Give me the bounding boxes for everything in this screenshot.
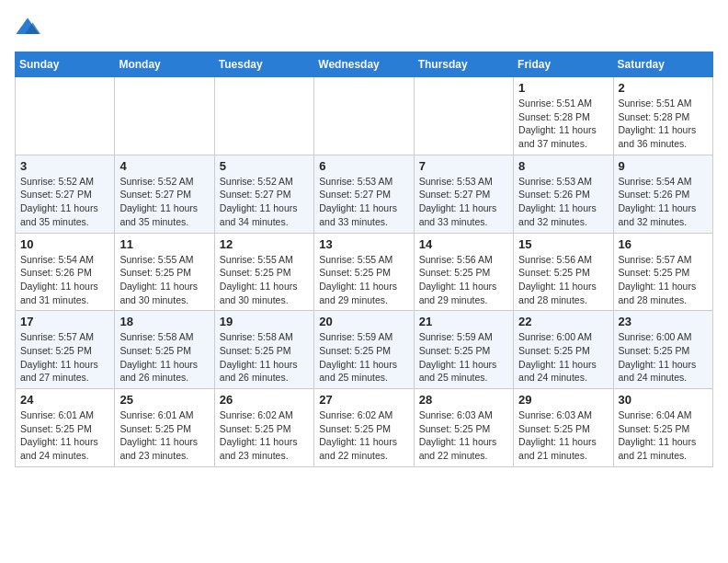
day-info: Sunrise: 6:02 AM Sunset: 5:25 PM Dayligh… xyxy=(220,408,309,463)
day-info: Sunrise: 5:52 AM Sunset: 5:27 PM Dayligh… xyxy=(119,175,209,229)
logo xyxy=(15,15,44,40)
weekday-header-row: SundayMondayTuesdayWednesdayThursdayFrid… xyxy=(16,52,713,77)
day-info: Sunrise: 6:00 AM Sunset: 5:25 PM Dayligh… xyxy=(619,330,708,385)
calendar-day-26: 26Sunrise: 6:02 AM Sunset: 5:25 PM Dayli… xyxy=(214,389,313,467)
calendar-day-15: 15Sunrise: 5:56 AM Sunset: 5:25 PM Dayli… xyxy=(514,233,613,311)
calendar-week-row: 24Sunrise: 6:01 AM Sunset: 5:25 PM Dayli… xyxy=(16,389,713,467)
day-info: Sunrise: 5:51 AM Sunset: 5:28 PM Dayligh… xyxy=(619,97,708,151)
day-number: 25 xyxy=(119,393,209,407)
day-info: Sunrise: 5:54 AM Sunset: 5:26 PM Dayligh… xyxy=(619,175,708,229)
calendar-day-23: 23Sunrise: 6:00 AM Sunset: 5:25 PM Dayli… xyxy=(613,311,712,389)
calendar-day-7: 7Sunrise: 5:53 AM Sunset: 5:27 PM Daylig… xyxy=(414,155,513,233)
day-info: Sunrise: 5:53 AM Sunset: 5:26 PM Dayligh… xyxy=(518,175,608,229)
calendar-table: SundayMondayTuesdayWednesdayThursdayFrid… xyxy=(15,52,713,467)
day-number: 12 xyxy=(220,237,309,251)
day-number: 7 xyxy=(419,159,508,173)
day-number: 27 xyxy=(319,393,408,407)
calendar-week-row: 3Sunrise: 5:52 AM Sunset: 5:27 PM Daylig… xyxy=(16,155,713,233)
weekday-header-tuesday: Tuesday xyxy=(214,52,313,77)
day-number: 17 xyxy=(20,315,109,328)
calendar-day-2: 2Sunrise: 5:51 AM Sunset: 5:28 PM Daylig… xyxy=(613,77,712,155)
calendar-week-row: 17Sunrise: 5:57 AM Sunset: 5:25 PM Dayli… xyxy=(16,311,713,389)
calendar-day-24: 24Sunrise: 6:01 AM Sunset: 5:25 PM Dayli… xyxy=(16,389,115,467)
logo-icon xyxy=(15,15,40,40)
calendar-day-1: 1Sunrise: 5:51 AM Sunset: 5:28 PM Daylig… xyxy=(514,77,613,155)
day-info: Sunrise: 5:52 AM Sunset: 5:27 PM Dayligh… xyxy=(20,175,109,229)
day-info: Sunrise: 6:04 AM Sunset: 5:25 PM Dayligh… xyxy=(619,408,708,463)
day-info: Sunrise: 5:54 AM Sunset: 5:26 PM Dayligh… xyxy=(20,253,109,307)
day-number: 2 xyxy=(619,81,708,95)
calendar-day-5: 5Sunrise: 5:52 AM Sunset: 5:27 PM Daylig… xyxy=(214,155,313,233)
day-number: 1 xyxy=(518,81,608,95)
calendar-day-20: 20Sunrise: 5:59 AM Sunset: 5:25 PM Dayli… xyxy=(314,311,414,389)
weekday-header-monday: Monday xyxy=(115,52,214,77)
calendar-day-28: 28Sunrise: 6:03 AM Sunset: 5:25 PM Dayli… xyxy=(414,389,513,467)
day-number: 13 xyxy=(319,237,408,251)
day-number: 30 xyxy=(619,393,708,407)
day-number: 16 xyxy=(619,237,708,251)
day-number: 3 xyxy=(20,159,109,173)
calendar-day-8: 8Sunrise: 5:53 AM Sunset: 5:26 PM Daylig… xyxy=(514,155,613,233)
weekday-header-saturday: Saturday xyxy=(613,52,712,77)
day-info: Sunrise: 6:03 AM Sunset: 5:25 PM Dayligh… xyxy=(518,408,608,463)
calendar-week-row: 10Sunrise: 5:54 AM Sunset: 5:26 PM Dayli… xyxy=(16,233,713,311)
day-info: Sunrise: 5:51 AM Sunset: 5:28 PM Dayligh… xyxy=(518,97,608,151)
day-info: Sunrise: 6:03 AM Sunset: 5:25 PM Dayligh… xyxy=(419,408,508,463)
page-header xyxy=(15,15,713,40)
day-info: Sunrise: 5:57 AM Sunset: 5:25 PM Dayligh… xyxy=(619,253,708,307)
calendar-day-17: 17Sunrise: 5:57 AM Sunset: 5:25 PM Dayli… xyxy=(16,311,115,389)
day-info: Sunrise: 6:00 AM Sunset: 5:25 PM Dayligh… xyxy=(518,330,608,385)
day-info: Sunrise: 5:58 AM Sunset: 5:25 PM Dayligh… xyxy=(220,330,309,385)
empty-day xyxy=(314,77,414,155)
empty-day xyxy=(414,77,513,155)
calendar-day-3: 3Sunrise: 5:52 AM Sunset: 5:27 PM Daylig… xyxy=(16,155,115,233)
calendar-day-13: 13Sunrise: 5:55 AM Sunset: 5:25 PM Dayli… xyxy=(314,233,414,311)
empty-day xyxy=(214,77,313,155)
calendar-day-9: 9Sunrise: 5:54 AM Sunset: 5:26 PM Daylig… xyxy=(613,155,712,233)
calendar-day-14: 14Sunrise: 5:56 AM Sunset: 5:25 PM Dayli… xyxy=(414,233,513,311)
day-number: 15 xyxy=(518,237,608,251)
calendar-day-30: 30Sunrise: 6:04 AM Sunset: 5:25 PM Dayli… xyxy=(613,389,712,467)
day-number: 20 xyxy=(319,315,408,328)
empty-day xyxy=(115,77,214,155)
day-number: 29 xyxy=(518,393,608,407)
calendar-day-27: 27Sunrise: 6:02 AM Sunset: 5:25 PM Dayli… xyxy=(314,389,414,467)
calendar-day-4: 4Sunrise: 5:52 AM Sunset: 5:27 PM Daylig… xyxy=(115,155,214,233)
day-number: 14 xyxy=(419,237,508,251)
weekday-header-wednesday: Wednesday xyxy=(314,52,414,77)
day-info: Sunrise: 6:01 AM Sunset: 5:25 PM Dayligh… xyxy=(119,408,209,463)
calendar-day-25: 25Sunrise: 6:01 AM Sunset: 5:25 PM Dayli… xyxy=(115,389,214,467)
day-number: 28 xyxy=(419,393,508,407)
day-info: Sunrise: 5:53 AM Sunset: 5:27 PM Dayligh… xyxy=(419,175,508,229)
day-info: Sunrise: 6:02 AM Sunset: 5:25 PM Dayligh… xyxy=(319,408,408,463)
day-info: Sunrise: 5:57 AM Sunset: 5:25 PM Dayligh… xyxy=(20,330,109,385)
day-number: 23 xyxy=(619,315,708,328)
calendar-day-22: 22Sunrise: 6:00 AM Sunset: 5:25 PM Dayli… xyxy=(514,311,613,389)
day-number: 10 xyxy=(20,237,109,251)
day-info: Sunrise: 5:59 AM Sunset: 5:25 PM Dayligh… xyxy=(419,330,508,385)
calendar-day-16: 16Sunrise: 5:57 AM Sunset: 5:25 PM Dayli… xyxy=(613,233,712,311)
day-info: Sunrise: 6:01 AM Sunset: 5:25 PM Dayligh… xyxy=(20,408,109,463)
empty-day xyxy=(16,77,115,155)
day-info: Sunrise: 5:52 AM Sunset: 5:27 PM Dayligh… xyxy=(220,175,309,229)
calendar-day-10: 10Sunrise: 5:54 AM Sunset: 5:26 PM Dayli… xyxy=(16,233,115,311)
day-info: Sunrise: 5:56 AM Sunset: 5:25 PM Dayligh… xyxy=(518,253,608,307)
day-number: 5 xyxy=(220,159,309,173)
day-number: 9 xyxy=(619,159,708,173)
calendar-day-18: 18Sunrise: 5:58 AM Sunset: 5:25 PM Dayli… xyxy=(115,311,214,389)
day-info: Sunrise: 5:56 AM Sunset: 5:25 PM Dayligh… xyxy=(419,253,508,307)
day-info: Sunrise: 5:55 AM Sunset: 5:25 PM Dayligh… xyxy=(220,253,309,307)
calendar-body: 1Sunrise: 5:51 AM Sunset: 5:28 PM Daylig… xyxy=(16,77,713,467)
day-info: Sunrise: 5:53 AM Sunset: 5:27 PM Dayligh… xyxy=(319,175,408,229)
day-number: 4 xyxy=(119,159,209,173)
calendar-header: SundayMondayTuesdayWednesdayThursdayFrid… xyxy=(16,52,713,77)
day-number: 18 xyxy=(119,315,209,328)
calendar-day-29: 29Sunrise: 6:03 AM Sunset: 5:25 PM Dayli… xyxy=(514,389,613,467)
day-info: Sunrise: 5:55 AM Sunset: 5:25 PM Dayligh… xyxy=(119,253,209,307)
day-number: 6 xyxy=(319,159,408,173)
day-number: 11 xyxy=(119,237,209,251)
calendar-day-12: 12Sunrise: 5:55 AM Sunset: 5:25 PM Dayli… xyxy=(214,233,313,311)
weekday-header-friday: Friday xyxy=(514,52,613,77)
day-number: 22 xyxy=(518,315,608,328)
day-info: Sunrise: 5:59 AM Sunset: 5:25 PM Dayligh… xyxy=(319,330,408,385)
